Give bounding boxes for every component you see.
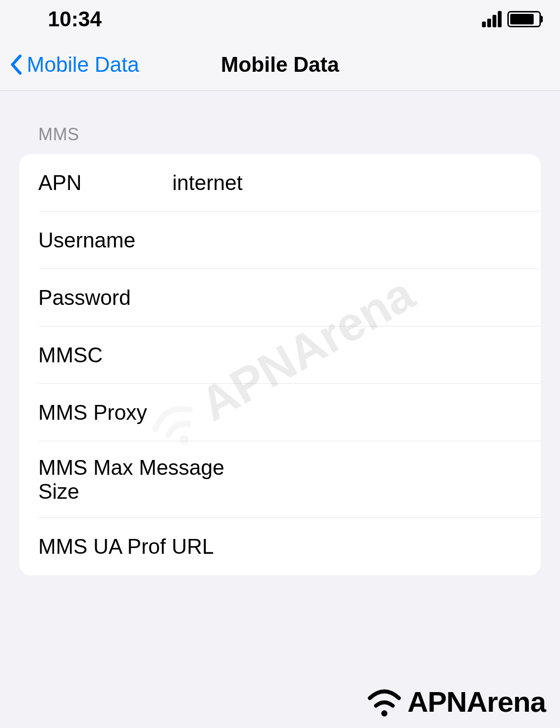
status-bar: 10:34 bbox=[0, 0, 560, 38]
battery-icon bbox=[507, 11, 541, 27]
mms-proxy-input[interactable] bbox=[147, 401, 522, 425]
apn-label: APN bbox=[38, 171, 172, 195]
mms-ua-prof-input[interactable] bbox=[214, 535, 522, 559]
apn-row[interactable]: APN bbox=[19, 154, 541, 212]
back-label: Mobile Data bbox=[27, 53, 139, 77]
password-input[interactable] bbox=[172, 286, 522, 310]
mmsc-input[interactable] bbox=[172, 343, 522, 367]
mmsc-label: MMSC bbox=[38, 343, 172, 367]
section-header-mms: MMS bbox=[19, 91, 541, 154]
svg-point-1 bbox=[381, 710, 388, 717]
mms-proxy-row[interactable]: MMS Proxy bbox=[19, 384, 541, 441]
logo-text: APNArena bbox=[407, 685, 546, 718]
mms-max-size-input[interactable] bbox=[259, 468, 522, 492]
wifi-icon bbox=[365, 686, 403, 717]
username-label: Username bbox=[38, 228, 172, 252]
mmsc-row[interactable]: MMSC bbox=[19, 326, 541, 384]
username-row[interactable]: Username bbox=[19, 212, 541, 269]
username-input[interactable] bbox=[172, 228, 522, 252]
navigation-bar: Mobile Data Mobile Data bbox=[0, 38, 560, 91]
password-row[interactable]: Password bbox=[19, 269, 541, 326]
page-title: Mobile Data bbox=[221, 53, 339, 77]
mms-ua-prof-row[interactable]: MMS UA Prof URL bbox=[19, 518, 541, 575]
apn-input[interactable] bbox=[172, 171, 522, 195]
mms-max-size-label: MMS Max Message Size bbox=[38, 456, 259, 504]
status-icons bbox=[482, 11, 541, 27]
password-label: Password bbox=[38, 286, 172, 310]
mms-ua-prof-label: MMS UA Prof URL bbox=[38, 535, 214, 559]
cellular-signal-icon bbox=[482, 11, 502, 27]
mms-settings-group: APN Username Password MMSC MMS Proxy MMS… bbox=[19, 154, 541, 575]
chevron-left-icon bbox=[10, 54, 23, 75]
mms-proxy-label: MMS Proxy bbox=[38, 401, 147, 425]
mms-max-size-row[interactable]: MMS Max Message Size bbox=[19, 441, 541, 518]
back-button[interactable]: Mobile Data bbox=[10, 53, 139, 77]
status-time: 10:34 bbox=[19, 7, 102, 31]
apnarena-logo: APNArena bbox=[365, 685, 546, 718]
